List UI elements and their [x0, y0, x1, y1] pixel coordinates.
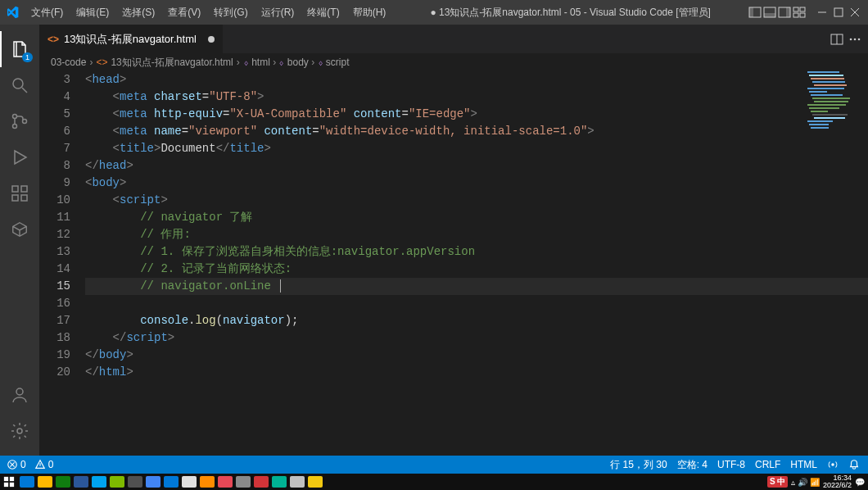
tray-icons[interactable]: ▵ 🔊 📶: [791, 478, 820, 487]
menu-item[interactable]: 选择(S): [115, 0, 161, 25]
svg-rect-35: [4, 477, 8, 481]
warnings-value: 0: [48, 459, 54, 470]
svg-point-18: [23, 120, 27, 124]
layout-grid-icon[interactable]: [793, 6, 806, 19]
svg-rect-1: [749, 7, 753, 17]
breadcrumb-node[interactable]: body: [287, 57, 309, 68]
svg-point-17: [13, 125, 17, 129]
svg-point-24: [17, 429, 22, 433]
start-icon[interactable]: [3, 476, 15, 488]
taskbar-app-icon[interactable]: [272, 476, 287, 488]
breadcrumb-folder[interactable]: 03-code: [51, 57, 86, 68]
maximize-icon[interactable]: [832, 6, 845, 19]
menu-item[interactable]: 编辑(E): [70, 0, 115, 25]
source-control-icon[interactable]: [0, 103, 39, 139]
breadcrumb-file[interactable]: 13知识点-拓展navgator.html: [111, 56, 233, 70]
svg-point-16: [13, 115, 17, 119]
window-title: ● 13知识点-拓展navgator.html - 05 - Visual St…: [392, 6, 748, 20]
taskbar-app-icon[interactable]: [182, 476, 197, 488]
line-gutter: 34567891011121314151617181920: [39, 71, 85, 456]
indentation[interactable]: 空格: 4: [677, 458, 708, 472]
taskbar-app-icon[interactable]: [74, 476, 88, 488]
breadcrumb[interactable]: 03-code › <> 13知识点-拓展navgator.html › ⬨ h…: [39, 53, 868, 71]
svg-rect-6: [793, 7, 798, 11]
menu-item[interactable]: 终端(T): [301, 0, 346, 25]
taskbar-app-icon[interactable]: [254, 476, 269, 488]
svg-rect-38: [10, 483, 14, 487]
extensions-icon[interactable]: [0, 175, 39, 211]
editor[interactable]: 34567891011121314151617181920 <head> <me…: [39, 71, 868, 456]
menu-item[interactable]: 运行(R): [255, 0, 301, 25]
warnings-count[interactable]: 0: [34, 459, 54, 470]
live-server-icon[interactable]: [827, 459, 839, 470]
svg-point-27: [850, 38, 852, 40]
layout-left-icon[interactable]: [748, 6, 762, 19]
taskbar-app-icon[interactable]: [200, 476, 215, 488]
taskbar-app-icon[interactable]: [218, 476, 233, 488]
notification-center-icon[interactable]: 💬: [855, 478, 865, 487]
dirty-indicator-icon: [208, 36, 215, 43]
window-controls: [748, 6, 868, 19]
taskbar-app-icon[interactable]: [128, 476, 142, 488]
gear-icon[interactable]: [0, 413, 39, 449]
vscode-logo-icon: [0, 6, 25, 19]
menu-item[interactable]: 转到(G): [207, 0, 254, 25]
svg-rect-21: [21, 195, 27, 201]
windows-taskbar: S 中 ▵ 🔊 📶 16:34 2022/6/2 💬: [0, 474, 868, 490]
ime-icon[interactable]: S 中: [767, 476, 788, 488]
cursor-position[interactable]: 行 15，列 30: [610, 458, 667, 472]
menu-item[interactable]: 帮助(H): [346, 0, 393, 25]
tab-bar: <> 13知识点-拓展navgator.html: [39, 25, 868, 53]
explorer-badge: 1: [22, 52, 33, 62]
run-debug-icon[interactable]: [0, 139, 39, 175]
search-icon[interactable]: [0, 67, 39, 103]
breadcrumb-node[interactable]: html: [251, 57, 270, 68]
close-icon[interactable]: [848, 6, 861, 19]
notifications-icon[interactable]: [848, 459, 860, 470]
chevron-right-icon: ›: [237, 57, 240, 68]
taskbar-app-icon[interactable]: [164, 476, 179, 488]
layout-bottom-icon[interactable]: [763, 6, 776, 19]
svg-rect-37: [4, 483, 8, 487]
svg-rect-8: [793, 13, 798, 17]
taskbar-app-icon[interactable]: [38, 476, 52, 488]
menu-item[interactable]: 文件(F): [25, 0, 70, 25]
svg-rect-3: [764, 13, 775, 17]
minimize-icon[interactable]: [816, 6, 829, 19]
more-icon[interactable]: [848, 33, 861, 46]
taskbar-app-icon[interactable]: [92, 476, 106, 488]
tab-label: 13知识点-拓展navgator.html: [64, 32, 197, 47]
explorer-icon[interactable]: 1: [0, 31, 39, 67]
taskbar-app-icon[interactable]: [236, 476, 251, 488]
system-tray[interactable]: S 中 ▵ 🔊 📶 16:34 2022/6/2 💬: [767, 474, 865, 489]
package-icon[interactable]: [0, 211, 39, 247]
svg-rect-20: [12, 195, 18, 201]
layout-right-icon[interactable]: [778, 6, 791, 19]
svg-rect-9: [800, 13, 805, 17]
taskbar-app-icon[interactable]: [20, 476, 34, 488]
tab-file[interactable]: <> 13知识点-拓展navgator.html: [39, 25, 224, 53]
svg-point-29: [858, 38, 861, 40]
menubar: 文件(F)编辑(E)选择(S)查看(V)转到(G)运行(R)终端(T)帮助(H)…: [0, 0, 868, 25]
menu-item[interactable]: 查看(V): [161, 0, 207, 25]
taskbar-app-icon[interactable]: [146, 476, 160, 488]
breadcrumb-node[interactable]: script: [326, 57, 350, 68]
split-editor-icon[interactable]: [830, 33, 843, 46]
language-mode[interactable]: HTML: [790, 459, 817, 470]
taskbar-app-icon[interactable]: [290, 476, 305, 488]
code-area[interactable]: <head> <meta charset="UTF-8"> <meta http…: [85, 71, 868, 456]
encoding[interactable]: UTF-8: [717, 459, 745, 470]
chevron-right-icon: ›: [89, 57, 93, 68]
svg-rect-36: [10, 477, 14, 481]
account-icon[interactable]: [0, 377, 39, 413]
html-file-icon: <>: [47, 34, 59, 45]
svg-rect-19: [12, 186, 18, 192]
status-bar: 0 0 行 15，列 30 空格: 4 UTF-8 CRLF HTML: [0, 456, 868, 474]
eol[interactable]: CRLF: [755, 459, 780, 470]
taskbar-clock[interactable]: 16:34 2022/6/2: [823, 474, 852, 489]
taskbar-app-icon[interactable]: [56, 476, 70, 488]
svg-point-23: [16, 388, 23, 395]
errors-count[interactable]: 0: [7, 459, 26, 470]
taskbar-app-icon[interactable]: [110, 476, 124, 488]
taskbar-app-icon[interactable]: [308, 476, 323, 488]
